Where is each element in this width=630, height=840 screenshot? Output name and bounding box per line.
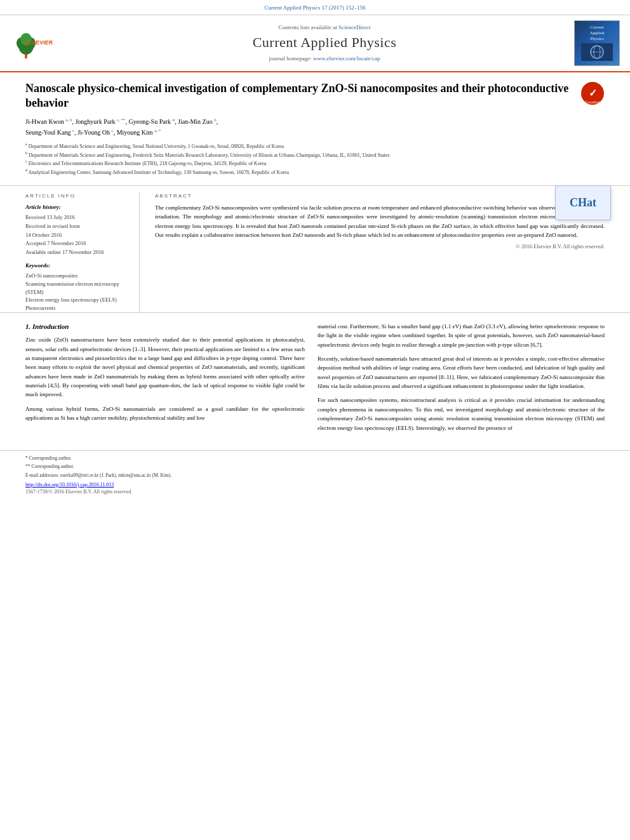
journal-cover: Current Applied Physics bbox=[574, 20, 620, 66]
header-area: ELSEVIER Contents lists available at Sci… bbox=[0, 15, 630, 72]
page: Current Applied Physics 17 (2017) 152–15… bbox=[0, 0, 630, 840]
doi-line[interactable]: http://dx.doi.org/10.1016/j.cap.2016.11.… bbox=[25, 481, 605, 488]
article-title-section: ✓ CrossMark Nanoscale physico-chemical i… bbox=[0, 72, 630, 186]
sciencedirect-line: Contents lists available at ScienceDirec… bbox=[279, 23, 371, 32]
header-right: Current Applied Physics bbox=[569, 20, 620, 66]
authors: Ji-Hwan Kwon a, b, Jonghyurk Park c, **,… bbox=[25, 117, 605, 138]
affiliations: a Department of Materials Science and En… bbox=[25, 142, 605, 177]
crossmark-logo: ✓ CrossMark bbox=[580, 81, 605, 105]
svg-text:ELSEVIER: ELSEVIER bbox=[25, 39, 53, 46]
elsevier-logo: ELSEVIER bbox=[10, 25, 67, 60]
keyword-4: Electron energy loss spectroscopy (EELS) bbox=[25, 296, 130, 304]
intro-para2: Among various hybrid forms, ZnO-Si nanom… bbox=[25, 404, 305, 423]
intro-para5: For such nanocomposites systems, microst… bbox=[318, 396, 605, 432]
issn-line: 1567-1739/© 2016 Elsevier B.V. All right… bbox=[25, 488, 605, 495]
doi-link[interactable]: http://dx.doi.org/10.1016/j.cap.2016.11.… bbox=[25, 482, 114, 488]
affiliation-a: a Department of Materials Science and En… bbox=[25, 142, 605, 150]
received-revised-date: 14 October 2016 bbox=[25, 231, 130, 240]
received-revised-label: Received in revised form bbox=[25, 222, 130, 231]
keyword-1: ZnO-Si nanocomposites bbox=[25, 272, 130, 280]
intro-title: 1. Introduction bbox=[25, 322, 305, 331]
homepage-link[interactable]: www.elsevier.com/locate/cap bbox=[313, 55, 380, 62]
left-col: ARTICLE INFO Article history: Received 1… bbox=[25, 192, 140, 312]
history-label: Article history: bbox=[25, 203, 130, 211]
journal-citation: Current Applied Physics 17 (2017) 152–15… bbox=[264, 4, 365, 11]
svg-text:✓: ✓ bbox=[589, 88, 597, 98]
article-title: Nanoscale physico-chemical investigation… bbox=[25, 81, 605, 111]
footer-area: * Corresponding author. ** Corresponding… bbox=[0, 450, 630, 499]
abstract-text: The complementary ZnO-Si nanocomposites … bbox=[155, 203, 605, 240]
content-left: 1. Introduction Zinc oxide (ZnO) nanostr… bbox=[25, 322, 305, 437]
available-date: Available online 17 November 2016 bbox=[25, 248, 130, 257]
intro-para4: Recently, solution-based nanomaterials h… bbox=[318, 354, 605, 391]
abstract-label: ABSTRACT bbox=[155, 192, 605, 199]
chat-button[interactable]: CHat bbox=[555, 185, 611, 220]
footnote-emails: E-mail addresses: eureka99@etri.re.kr (J… bbox=[25, 472, 605, 479]
journal-bar: Current Applied Physics 17 (2017) 152–15… bbox=[0, 0, 630, 15]
main-content: 1. Introduction Zinc oxide (ZnO) nanostr… bbox=[0, 313, 630, 444]
keyword-2: Scanning transmission electron microscop… bbox=[25, 280, 130, 288]
received-date: Received 13 July 2016 bbox=[25, 213, 130, 222]
right-col: ABSTRACT The complementary ZnO-Si nanoco… bbox=[152, 192, 605, 312]
affiliation-b: b Department of Materials Science and En… bbox=[25, 150, 605, 159]
header-center: Contents lists available at ScienceDirec… bbox=[80, 20, 569, 66]
article-info-abstract: ARTICLE INFO Article history: Received 1… bbox=[0, 186, 630, 313]
svg-text:CrossMark: CrossMark bbox=[585, 100, 601, 104]
abstract-copyright: © 2016 Elsevier B.V. All rights reserved… bbox=[155, 243, 605, 251]
footnote-1: * Corresponding author. bbox=[25, 455, 605, 462]
footnote-2: ** Corresponding author. bbox=[25, 463, 605, 470]
intro-para3: material cost. Furthermore, Si has a sma… bbox=[318, 322, 605, 349]
header-left: ELSEVIER bbox=[10, 20, 80, 66]
journal-title: Current Applied Physics bbox=[253, 33, 397, 53]
sciencedirect-link[interactable]: ScienceDirect bbox=[338, 24, 370, 30]
affiliation-c: c Electronics and Telecommunications Res… bbox=[25, 159, 605, 168]
journal-homepage: journal homepage: www.elsevier.com/locat… bbox=[269, 55, 380, 63]
keyword-5: Photocurrents bbox=[25, 304, 130, 312]
accepted-date: Accepted 7 November 2016 bbox=[25, 239, 130, 248]
affiliation-d: d Analytical Engineering Center, Samsung… bbox=[25, 168, 605, 177]
intro-para1: Zinc oxide (ZnO) nanostructures have bee… bbox=[25, 335, 305, 399]
content-right: material cost. Furthermore, Si has a sma… bbox=[318, 322, 605, 437]
keyword-3: (STEM) bbox=[25, 288, 130, 297]
article-info-label: ARTICLE INFO bbox=[25, 192, 130, 199]
keywords-label: Keywords: bbox=[25, 262, 130, 270]
